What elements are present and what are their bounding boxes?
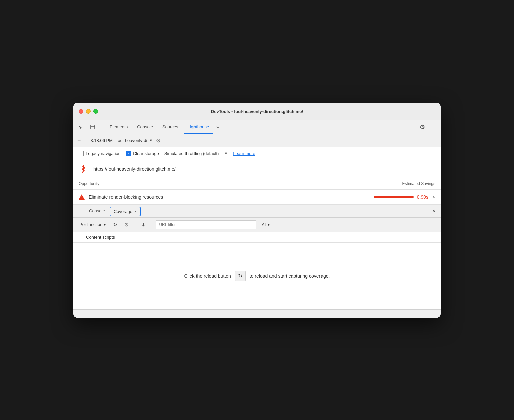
reload-button-inline[interactable]: ↻ [235,271,246,281]
address-divider [86,136,86,144]
warning-icon [79,194,85,200]
content-scripts-checkbox[interactable] [79,235,83,239]
all-dropdown-arrow-icon: ▾ [268,222,270,227]
svg-marker-3 [82,164,85,174]
address-bar: + 3:18:06 PM - foul-heavenly-di ▼ ⊘ [73,134,441,147]
opportunity-header: Opportunity Estimated Savings [73,178,441,190]
clear-storage-label[interactable]: Clear storage [126,151,159,156]
drawer-close-icon[interactable]: × [430,207,438,215]
legacy-navigation-checkbox[interactable] [79,151,84,156]
window-title: DevTools - foul-heavenly-direction.glitc… [211,109,303,114]
clear-coverage-icon[interactable]: ⊘ [122,220,131,229]
url-filter-input[interactable] [156,220,256,229]
title-bar: DevTools - foul-heavenly-direction.glitc… [73,103,441,120]
all-dropdown[interactable]: All ▾ [259,221,272,228]
toolbar-divider [135,221,135,228]
content-scripts-label: Content scripts [86,235,115,240]
opportunity-item[interactable]: Eliminate render-blocking resources 0.90… [73,190,441,205]
tab-lighthouse[interactable]: Lighthouse [184,120,213,134]
throttling-arrow[interactable]: ▼ [224,151,228,155]
legacy-navigation-text: Legacy navigation [86,151,121,156]
settings-icon[interactable]: ⚙ [418,122,427,132]
url-row: https://foul-heavenly-direction.glitch.m… [73,160,441,178]
content-scripts-row: Content scripts [73,232,441,243]
more-options-icon[interactable]: ⋮ [428,123,438,132]
all-dropdown-label: All [262,222,266,227]
clear-storage-checkbox[interactable] [126,151,131,156]
close-button[interactable] [79,109,83,114]
learn-more-link[interactable]: Learn more [233,151,255,156]
legacy-navigation-label[interactable]: Legacy navigation [79,151,121,156]
learn-more-text: Learn more [233,151,255,156]
lighthouse-options: Legacy navigation Clear storage Simulate… [73,147,441,160]
coverage-toolbar: Per function ▾ ↻ ⊘ ⬇ All ▾ [73,218,441,232]
tab-elements[interactable]: Elements [106,120,132,134]
cursor-icon[interactable] [76,122,85,132]
savings-bar-container: 0.90s [374,194,428,200]
drawer: ⋮ Console Coverage × × Per function ▾ ↻ … [73,205,441,318]
per-function-arrow-icon: ▾ [104,222,106,227]
coverage-tab-close-icon[interactable]: × [134,209,136,213]
tab-divider [103,123,103,131]
tab-console[interactable]: Console [133,120,157,134]
traffic-lights [79,109,98,114]
estimated-savings-label: Estimated Savings [402,181,435,186]
devtools-tab-bar: Elements Console Sources Lighthouse » ⚙ … [73,120,441,134]
minimize-button[interactable] [86,109,91,114]
url-options-icon[interactable]: ⋮ [429,165,435,173]
clear-storage-text: Clear storage [133,151,159,156]
audited-url: https://foul-heavenly-direction.glitch.m… [93,166,425,172]
savings-value: 0.90s [417,194,428,200]
per-function-label: Per function [79,222,102,227]
toolbar-divider-2 [152,221,152,228]
opportunity-label: Opportunity [79,181,99,186]
no-entry-icon[interactable]: ⊘ [156,137,160,144]
add-icon[interactable]: + [77,137,81,144]
per-function-button[interactable]: Per function ▾ [77,221,108,228]
drawer-more-icon[interactable]: ⋮ [76,207,84,216]
coverage-tab-label: Coverage [114,209,132,214]
svg-rect-0 [91,125,95,129]
drawer-tab-console[interactable]: Console [86,205,108,217]
timestamp-url: 3:18:06 PM - foul-heavenly-di [91,138,147,143]
maximize-button[interactable] [93,109,98,114]
devtools-window: DevTools - foul-heavenly-direction.glitc… [73,103,441,318]
drawer-tab-coverage[interactable]: Coverage × [110,207,141,216]
lighthouse-logo-icon [79,164,89,174]
reload-message: Click the reload button ↻ to reload and … [184,271,330,281]
more-tabs-button[interactable]: » [214,123,221,131]
chevron-up-icon[interactable]: ∧ [432,195,435,199]
url-dropdown-arrow[interactable]: ▼ [149,138,153,142]
savings-bar [374,196,414,198]
tab-sources[interactable]: Sources [158,120,182,134]
reload-coverage-icon[interactable]: ↻ [111,220,119,229]
status-bar [73,309,441,318]
throttling-text: Simulated throttling (default) [164,151,219,156]
export-coverage-icon[interactable]: ⬇ [139,220,148,229]
time-url-row: 3:18:06 PM - foul-heavenly-di ▼ [91,138,153,143]
reload-message-after: to reload and start capturing coverage. [250,273,330,279]
devtools-icons [76,122,97,132]
coverage-main: Click the reload button ↻ to reload and … [73,243,441,309]
reload-message-before: Click the reload button [184,273,231,279]
opportunity-title: Eliminate render-blocking resources [89,194,370,200]
drawer-tab-bar: ⋮ Console Coverage × × [73,205,441,218]
inspect-element-icon[interactable] [88,122,97,132]
